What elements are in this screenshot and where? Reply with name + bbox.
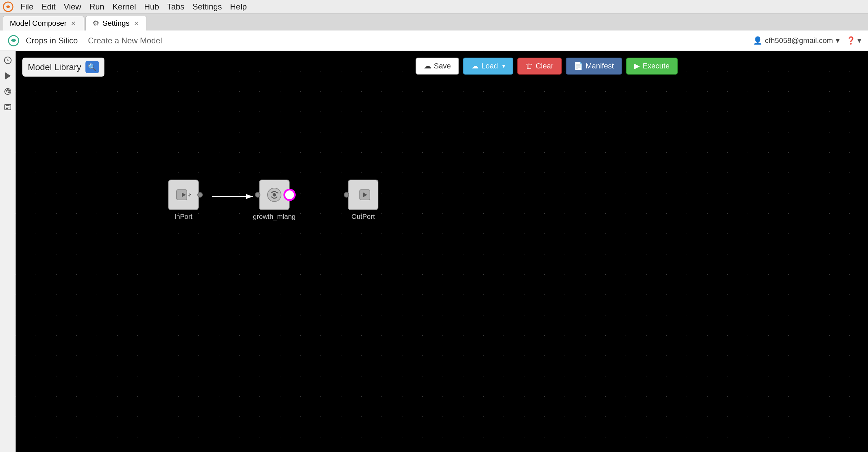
clear-icon: 🗑 — [526, 62, 533, 70]
sidebar-palette-icon[interactable] — [2, 85, 14, 98]
execute-button[interactable]: ▶ Execute — [626, 58, 678, 75]
growth-mlang-pink-port[interactable] — [283, 189, 296, 201]
canvas-area[interactable]: Model Library 🔍 ☁ Save ☁ Load ▾ 🗑 — [16, 51, 868, 452]
nav-brand[interactable]: Crops in Silico — [26, 36, 78, 45]
save-label: Save — [434, 62, 451, 70]
tab-settings-close[interactable]: ✕ — [133, 20, 140, 27]
tabbar: Model Composer ✕ ⚙ Settings ✕ — [0, 14, 868, 30]
inport-right-port[interactable] — [197, 192, 203, 198]
help-icon: ❓ — [846, 36, 855, 45]
load-icon: ☁ — [471, 62, 479, 70]
save-icon: ☁ — [424, 62, 431, 70]
user-email: cfh5058@gmail.com — [765, 36, 833, 45]
menu-settings[interactable]: Settings — [189, 1, 226, 13]
menu-kernel[interactable]: Kernel — [108, 1, 140, 13]
svg-point-6 — [7, 89, 8, 90]
menu-edit[interactable]: Edit — [38, 1, 60, 13]
clear-label: Clear — [536, 62, 554, 70]
content: Model Library 🔍 ☁ Save ☁ Load ▾ 🗑 — [0, 51, 868, 452]
model-library-search-button[interactable]: 🔍 — [85, 61, 99, 73]
svg-point-5 — [6, 90, 7, 91]
manifest-button[interactable]: 📄 Manifest — [566, 58, 622, 75]
growth-mlang-node-box[interactable] — [259, 180, 290, 210]
load-dropdown-icon: ▾ — [502, 62, 505, 70]
growth-mlang-label: growth_mlang — [253, 213, 296, 221]
inport-node[interactable]: InPort — [168, 180, 199, 221]
nodes-container: InPort — [16, 51, 868, 452]
sidebar-files-icon[interactable] — [2, 101, 14, 113]
outport-node[interactable]: OutPort — [348, 180, 378, 221]
execute-icon: ▶ — [634, 62, 640, 70]
sidebar-home-icon[interactable] — [2, 54, 14, 66]
settings-icon: ⚙ — [93, 19, 99, 28]
nav-right: 👤 cfh5058@gmail.com ▾ ❓ ▾ — [753, 36, 861, 45]
manifest-label: Manifest — [586, 62, 614, 70]
navbar: Crops in Silico Create a New Model 👤 cfh… — [0, 30, 868, 51]
app: Crops in Silico Create a New Model 👤 cfh… — [0, 30, 868, 452]
app-logo — [3, 1, 14, 12]
user-icon: 👤 — [753, 36, 762, 45]
navbar-logo — [7, 34, 20, 47]
menu-help[interactable]: Help — [226, 1, 251, 13]
menubar: File Edit View Run Kernel Hub Tabs Setti… — [0, 0, 868, 14]
manifest-icon: 📄 — [574, 62, 583, 70]
tab-model-composer[interactable]: Model Composer ✕ — [3, 16, 84, 30]
tab-model-composer-label: Model Composer — [10, 19, 67, 28]
menu-tabs[interactable]: Tabs — [163, 1, 189, 13]
load-button[interactable]: ☁ Load ▾ — [463, 58, 513, 75]
tab-settings-label: Settings — [103, 19, 130, 28]
outport-left-port[interactable] — [344, 192, 349, 198]
svg-point-7 — [8, 90, 9, 91]
growth-mlang-node[interactable]: growth_mlang — [253, 180, 296, 221]
search-icon: 🔍 — [88, 63, 96, 71]
outport-label: OutPort — [352, 213, 375, 221]
inport-label: InPort — [174, 213, 192, 221]
help-button[interactable]: ❓ ▾ — [846, 36, 861, 45]
clear-button[interactable]: 🗑 Clear — [517, 58, 562, 75]
execute-label: Execute — [643, 62, 670, 70]
load-label: Load — [481, 62, 498, 70]
model-library-panel: Model Library 🔍 — [22, 58, 104, 77]
menu-run[interactable]: Run — [85, 1, 108, 13]
toolbar: ☁ Save ☁ Load ▾ 🗑 Clear 📄 Manifest ▶ — [337, 58, 756, 75]
save-button[interactable]: ☁ Save — [416, 58, 459, 75]
model-library-label: Model Library — [28, 62, 81, 73]
svg-point-14 — [273, 193, 276, 197]
svg-marker-12 — [188, 193, 191, 197]
sidebar-run-icon[interactable] — [2, 70, 14, 82]
user-dropdown-icon: ▾ — [836, 36, 840, 45]
sidebar — [0, 51, 16, 452]
help-dropdown-icon: ▾ — [857, 36, 861, 45]
inport-node-box[interactable] — [168, 180, 199, 210]
tab-settings[interactable]: ⚙ Settings ✕ — [85, 16, 147, 30]
outport-node-box[interactable] — [348, 180, 378, 210]
svg-point-2 — [12, 39, 15, 42]
tab-model-composer-close[interactable]: ✕ — [70, 20, 77, 27]
menu-view[interactable]: View — [60, 1, 85, 13]
menu-file[interactable]: File — [16, 1, 38, 13]
nav-create-new-model[interactable]: Create a New Model — [88, 36, 162, 45]
menu-hub[interactable]: Hub — [140, 1, 163, 13]
growth-mlang-left-port[interactable] — [255, 192, 260, 198]
user-info[interactable]: 👤 cfh5058@gmail.com ▾ — [753, 36, 840, 45]
